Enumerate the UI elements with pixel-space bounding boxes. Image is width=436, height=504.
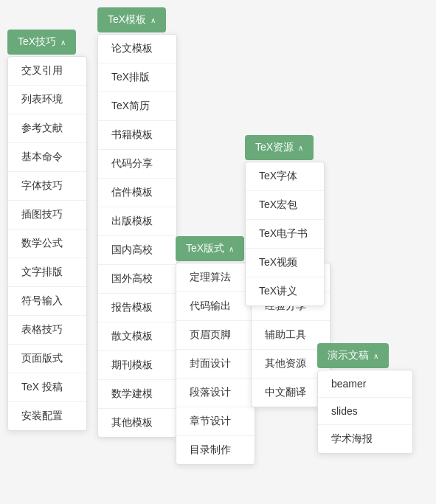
tex-versions-header[interactable]: TeX版式 ∧ bbox=[176, 236, 244, 261]
list-item[interactable]: 数学建模 bbox=[98, 380, 176, 409]
list-item[interactable]: 段落设计 bbox=[176, 379, 255, 407]
tex-resources-panel: TeX字体 TeX宏包 TeX电子书 TeX视频 TeX讲义 bbox=[245, 162, 325, 306]
list-item[interactable]: 封面设计 bbox=[176, 350, 255, 379]
tex-versions-label: TeX版式 bbox=[186, 242, 224, 255]
list-item[interactable]: TeX简历 bbox=[98, 92, 176, 121]
list-item[interactable]: 报告模板 bbox=[98, 294, 176, 322]
list-item[interactable]: 表格技巧 bbox=[8, 316, 86, 345]
list-item[interactable]: 书籍模板 bbox=[98, 121, 176, 150]
list-item[interactable]: 列表环境 bbox=[8, 86, 86, 114]
list-item[interactable]: 文字排版 bbox=[8, 258, 86, 287]
tex-templates-panel: 论文模板 TeX排版 TeX简历 书籍模板 代码分享 信件模板 出版模板 国内高… bbox=[97, 34, 177, 438]
list-item[interactable]: 插图技巧 bbox=[8, 201, 86, 229]
tex-skills-header[interactable]: TeX技巧 ∧ bbox=[7, 30, 76, 55]
list-item[interactable]: TeX讲义 bbox=[246, 277, 324, 305]
list-item[interactable]: TeX 投稿 bbox=[8, 373, 86, 402]
tex-resources-header[interactable]: TeX资源 ∧ bbox=[245, 135, 314, 160]
list-item[interactable]: 论文模板 bbox=[98, 35, 176, 63]
list-item[interactable]: 学术海报 bbox=[318, 425, 412, 453]
list-item[interactable]: 代码输出 bbox=[176, 292, 255, 321]
presentation-label: 演示文稿 bbox=[328, 349, 369, 362]
tex-versions-panel: 定理算法 代码输出 页眉页脚 封面设计 段落设计 章节设计 目录制作 bbox=[176, 263, 255, 465]
presentation-header[interactable]: 演示文稿 ∧ bbox=[317, 343, 389, 368]
list-item[interactable]: 字体技巧 bbox=[8, 172, 86, 201]
list-item[interactable]: TeX电子书 bbox=[246, 220, 324, 249]
tex-templates-label: TeX模板 bbox=[108, 13, 146, 27]
list-item[interactable]: 其他模板 bbox=[98, 409, 176, 437]
tex-skills-arrow: ∧ bbox=[60, 38, 66, 46]
tex-resources-arrow: ∧ bbox=[298, 144, 303, 152]
list-item[interactable]: 目录制作 bbox=[176, 436, 255, 464]
list-item[interactable]: 定理算法 bbox=[176, 263, 255, 292]
list-item[interactable]: 代码分享 bbox=[98, 150, 176, 179]
list-item[interactable]: 国内高校 bbox=[98, 236, 176, 265]
tex-templates-header[interactable]: TeX模板 ∧ bbox=[97, 7, 166, 32]
tex-versions-arrow: ∧ bbox=[229, 245, 234, 253]
list-item[interactable]: TeX字体 bbox=[246, 162, 324, 191]
list-item[interactable]: 期刊模板 bbox=[98, 351, 176, 380]
tex-templates-arrow: ∧ bbox=[150, 16, 156, 24]
list-item[interactable]: 出版模板 bbox=[98, 207, 176, 236]
list-item[interactable]: 章节设计 bbox=[176, 407, 255, 436]
list-item[interactable]: 散文模板 bbox=[98, 322, 176, 351]
list-item[interactable]: slides bbox=[318, 398, 412, 425]
list-item[interactable]: TeX宏包 bbox=[246, 191, 324, 220]
list-item[interactable]: 参考文献 bbox=[8, 114, 86, 143]
list-item[interactable]: 基本命令 bbox=[8, 143, 86, 172]
tex-skills-label: TeX技巧 bbox=[18, 35, 56, 49]
list-item[interactable]: 交叉引用 bbox=[8, 57, 86, 86]
list-item[interactable]: 信件模板 bbox=[98, 179, 176, 207]
list-item[interactable]: 符号输入 bbox=[8, 287, 86, 316]
list-item[interactable]: 数学公式 bbox=[8, 229, 86, 258]
tex-resources-label: TeX资源 bbox=[255, 141, 294, 154]
list-item[interactable]: 安装配置 bbox=[8, 402, 86, 430]
presentation-arrow: ∧ bbox=[373, 352, 378, 360]
list-item[interactable]: 页眉页脚 bbox=[176, 321, 255, 350]
list-item[interactable]: TeX视频 bbox=[246, 249, 324, 277]
menu-container: TeX技巧 ∧ 交叉引用 列表环境 参考文献 基本命令 字体技巧 插图技巧 数学… bbox=[0, 0, 436, 504]
list-item[interactable]: 页面版式 bbox=[8, 345, 86, 373]
list-item[interactable]: beamer bbox=[318, 370, 412, 398]
list-item[interactable]: TeX排版 bbox=[98, 63, 176, 92]
list-item[interactable]: 国外高校 bbox=[98, 265, 176, 294]
tex-skills-panel: 交叉引用 列表环境 参考文献 基本命令 字体技巧 插图技巧 数学公式 文字排版 … bbox=[7, 56, 87, 431]
presentation-panel: beamer slides 学术海报 bbox=[317, 370, 413, 454]
